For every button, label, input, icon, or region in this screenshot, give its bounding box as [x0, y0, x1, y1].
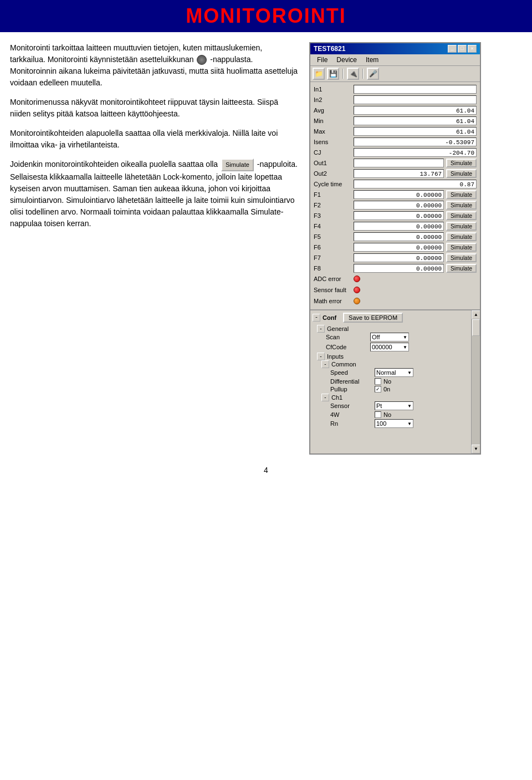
simulate-f4-button[interactable]: Simulate [446, 222, 477, 231]
connect-icon[interactable]: 🔌 [347, 68, 359, 80]
config-general-section: - General Scan Off ▼ CfCode 000000 [317, 325, 468, 351]
simulate-f2-button[interactable]: Simulate [446, 201, 477, 210]
pullup-label: Pullup [330, 386, 375, 392]
inputs-label: Inputs [327, 353, 344, 360]
differential-checkbox[interactable] [375, 378, 381, 385]
menu-file[interactable]: File [313, 55, 332, 64]
value-max: 61.04 [354, 127, 477, 136]
simulate-f5-button[interactable]: Simulate [446, 232, 477, 241]
label-f6: F6 [314, 244, 354, 251]
scan-dropdown[interactable]: Off ▼ [370, 333, 409, 341]
scroll-track [472, 319, 480, 445]
menu-item[interactable]: Item [361, 55, 383, 64]
window-toolbar: 📁 💾 🔌 🎤 [310, 66, 480, 82]
data-row-f2: F2 0.00000 Simulate [314, 200, 477, 210]
data-row-in1: In1 [314, 84, 477, 94]
simulate-f8-button[interactable]: Simulate [446, 264, 477, 273]
scan-dropdown-arrow: ▼ [403, 335, 407, 340]
value-cycletime: 0.87 [354, 180, 477, 188]
simulate-f7-button[interactable]: Simulate [446, 253, 477, 262]
4w-text: No [383, 411, 391, 418]
config-inputs-section: - Inputs - Common Speed Normal [317, 353, 468, 428]
data-row-in2: In2 [314, 95, 477, 105]
minimize-button[interactable]: _ [448, 45, 457, 53]
monitor-icon-inline [197, 55, 207, 65]
ch1-label: Ch1 [331, 394, 342, 401]
save-eeprom-button[interactable]: Save to EEPROM [343, 313, 403, 323]
scroll-up-button[interactable]: ▲ [472, 310, 480, 319]
cfcode-dropdown[interactable]: 000000 ▼ [370, 343, 409, 351]
paragraph-4: Joidenkin monitorointikohteiden oikealla… [10, 159, 298, 230]
general-collapse-button[interactable]: - [317, 325, 325, 333]
paragraph-3: Monitorointikohteiden alapuolella saatta… [10, 128, 298, 151]
config-row-scan: Scan Off ▼ [326, 333, 468, 341]
main-content: Monitorointi tarkoittaa laitteen muuttuv… [0, 42, 532, 455]
scan-value: Off [372, 334, 380, 340]
label-in2: In2 [314, 96, 354, 103]
ch1-collapse-button[interactable]: - [321, 394, 329, 401]
general-label: General [327, 325, 349, 332]
value-avg: 61.04 [354, 106, 477, 115]
4w-checkbox[interactable] [375, 411, 381, 418]
page-title: MONITOROINTI [0, 4, 532, 28]
paragraph-2: Monitorimenussa näkyvät monitorointikoht… [10, 96, 298, 120]
simulate-f1-button[interactable]: Simulate [446, 190, 477, 199]
differential-label: Differential [330, 378, 375, 385]
maximize-button[interactable]: □ [458, 45, 467, 53]
simulate-f6-button[interactable]: Simulate [446, 243, 477, 252]
simulate-out2-button[interactable]: Simulate [446, 169, 477, 178]
value-in2 [354, 95, 477, 104]
footer-page-number: 4 [264, 466, 268, 475]
label-sensor-fault: Sensor fault [314, 287, 354, 293]
data-row-cycletime: Cycle time 0.87 [314, 179, 477, 189]
rn-value: 100 [376, 420, 386, 427]
label-isens: Isens [314, 139, 354, 145]
inputs-collapse-button[interactable]: - [317, 353, 325, 360]
value-f3: 0.00000 [354, 211, 444, 220]
simulate-inline-btn: Simulate [221, 159, 254, 171]
sensor-label: Sensor [330, 402, 375, 409]
common-collapse-button[interactable]: - [321, 360, 329, 368]
window-titlebar-buttons: _ □ ✕ [448, 45, 477, 53]
pullup-checkbox[interactable]: ✓ [375, 386, 381, 392]
led-row-math: Math error [314, 296, 477, 306]
scroll-down-button[interactable]: ▼ [472, 445, 480, 453]
label-f1: F1 [314, 191, 354, 198]
value-f2: 0.00000 [354, 201, 444, 210]
config-common-section: - Common Speed Normal ▼ Differential [321, 360, 468, 392]
scroll-thumb[interactable] [472, 319, 480, 336]
rn-dropdown[interactable]: 100 ▼ [375, 419, 413, 428]
data-row-cj: CJ -204.70 [314, 147, 477, 157]
microphone-icon[interactable]: 🎤 [367, 68, 379, 80]
value-out2: 13.767 [354, 169, 444, 178]
value-f1: 0.00000 [354, 190, 444, 199]
value-isens: -0.53097 [354, 137, 477, 146]
config-row-4w: 4W No [330, 411, 468, 418]
label-f8: F8 [314, 265, 354, 272]
value-f6: 0.00000 [354, 243, 444, 252]
config-scrollbar[interactable]: ▲ ▼ [471, 310, 480, 453]
label-avg: Avg [314, 107, 354, 114]
scan-label: Scan [326, 334, 370, 340]
speed-dropdown[interactable]: Normal ▼ [375, 368, 413, 377]
simulate-out1-button[interactable]: Simulate [446, 159, 477, 167]
4w-label: 4W [330, 411, 375, 418]
label-out2: Out2 [314, 170, 354, 177]
common-label: Common [331, 361, 356, 368]
conf-collapse-button[interactable]: - [313, 314, 320, 322]
sensor-dropdown[interactable]: Pt ▼ [375, 401, 413, 410]
menu-device[interactable]: Device [332, 55, 361, 64]
page-footer: 4 [0, 455, 532, 480]
differential-text: No [383, 378, 391, 385]
speed-label: Speed [330, 369, 375, 376]
label-f3: F3 [314, 212, 354, 219]
label-cj: CJ [314, 149, 354, 156]
simulate-f3-button[interactable]: Simulate [446, 211, 477, 220]
pullup-checkbox-row: ✓ 0n [375, 386, 390, 392]
label-f4: F4 [314, 223, 354, 230]
label-math-error: Math error [314, 298, 354, 304]
close-button[interactable]: ✕ [468, 45, 477, 53]
save-icon[interactable]: 💾 [327, 68, 339, 80]
folder-open-icon[interactable]: 📁 [313, 68, 325, 80]
inputs-header: - Inputs [317, 353, 468, 360]
